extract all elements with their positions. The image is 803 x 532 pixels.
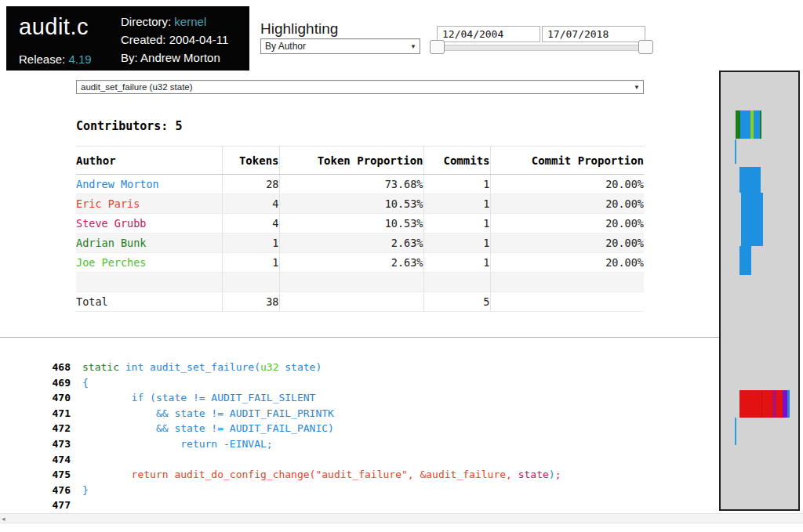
- cregit-file-page: { "header": { "filename": "audit.c", "re…: [0, 0, 803, 532]
- date-to-input[interactable]: [542, 26, 645, 42]
- minimap-thin-line-2[interactable]: [735, 418, 736, 445]
- code-line: 475 return audit_do_config_change("audit…: [0, 467, 706, 483]
- code-line: 469{: [0, 375, 706, 391]
- commits-cell: [423, 273, 490, 292]
- date-range-slider-handle-left[interactable]: [430, 40, 445, 54]
- tokens-cell: [222, 273, 279, 292]
- line-number: 468: [0, 360, 71, 375]
- token-proportion-cell: 2.63%: [279, 253, 423, 273]
- highlighting-label: Highlighting: [260, 20, 338, 38]
- column-header: Tokens: [222, 147, 279, 175]
- code-line: 474: [0, 452, 706, 468]
- created-line: Created: 2004-04-11: [121, 31, 228, 49]
- line-text: static int audit_set_failure(u32 state): [82, 360, 322, 375]
- line-text: [82, 498, 89, 513]
- file-minimap[interactable]: [719, 71, 800, 511]
- commit-proportion-cell: 20.00%: [490, 253, 644, 273]
- table-row: Andrew Morton2873.68%120.00%: [76, 175, 644, 194]
- minimap-segment: [776, 390, 783, 418]
- date-from-input[interactable]: [437, 26, 540, 42]
- commit-proportion-cell: 20.00%: [490, 194, 644, 214]
- commit-proportion-cell: 20.00%: [490, 214, 644, 233]
- code-token: return audit_do_config_change("audit_fai…: [82, 469, 518, 480]
- minimap-bar-top[interactable]: [736, 110, 761, 139]
- minimap-blue-1[interactable]: [739, 167, 761, 193]
- author-name: Total: [76, 295, 108, 308]
- commits-cell: 1: [423, 194, 490, 214]
- line-number: 472: [0, 421, 71, 436]
- source-code-view: 468static int audit_set_failure(u32 stat…: [0, 360, 706, 513]
- code-token: ): [549, 469, 555, 480]
- author-cell: Adrian Bunk: [76, 233, 222, 253]
- line-number: 470: [0, 390, 71, 406]
- line-number: 469: [0, 375, 71, 391]
- minimap-segment: [740, 110, 750, 139]
- minimap-blue-3[interactable]: [741, 220, 763, 246]
- release-line: Release: 4.19: [19, 52, 92, 66]
- column-header: Author: [76, 147, 222, 175]
- minimap-bar-current[interactable]: [739, 390, 790, 418]
- date-range-slider-track[interactable]: [432, 45, 653, 51]
- line-text: [82, 452, 89, 468]
- minimap-blue-4[interactable]: [739, 246, 751, 275]
- commits-cell: 1: [423, 253, 490, 273]
- commit-proportion-cell: [490, 292, 644, 312]
- by-label: By:: [121, 51, 138, 64]
- column-header: Commits: [423, 147, 490, 175]
- code-token: u32: [260, 361, 278, 373]
- minimap-segment: [760, 110, 761, 139]
- tokens-cell: 4: [222, 194, 279, 214]
- code-line: 471 && state != AUDIT_FAIL_PRINTK: [0, 406, 706, 422]
- token-proportion-cell: 73.68%: [279, 175, 423, 194]
- token-proportion-cell: 10.53%: [279, 214, 423, 233]
- author-cell: Joe Perches: [76, 253, 222, 273]
- line-number: 476: [0, 483, 71, 498]
- tokens-cell: 4: [222, 214, 279, 233]
- chevron-down-icon: ▼: [410, 43, 416, 50]
- file-meta: Directory: kernel Created: 2004-04-11 By…: [121, 13, 228, 67]
- section-divider: [0, 337, 720, 338]
- minimap-segment: [754, 110, 760, 139]
- table-row: Adrian Bunk12.63%120.00%: [76, 233, 644, 253]
- code-token: [119, 361, 125, 373]
- release-link[interactable]: 4.19: [68, 52, 91, 66]
- minimap-thin-line-1[interactable]: [735, 139, 736, 164]
- highlighting-select[interactable]: By Author ▼: [260, 38, 420, 54]
- tokens-cell: 28: [222, 175, 279, 194]
- scroll-left-icon[interactable]: ◂: [2, 515, 5, 523]
- code-token: && state != AUDIT_FAIL_PRINTK: [82, 407, 334, 419]
- table-row: [76, 273, 644, 292]
- table-row: Total385: [76, 292, 644, 312]
- line-text: && state != AUDIT_FAIL_PRINTK: [82, 406, 334, 422]
- code-token: return -EINVAL;: [82, 438, 273, 450]
- commits-cell: 1: [423, 233, 490, 253]
- minimap-blue-2[interactable]: [741, 193, 763, 220]
- table-row: Steve Grubb410.53%120.00%: [76, 214, 644, 233]
- code-line: 470 if (state != AUDIT_FAIL_SILENT: [0, 390, 706, 406]
- commits-cell: 1: [423, 214, 490, 233]
- code-token: int audit_set_failure(: [125, 361, 260, 373]
- directory-label: Directory:: [121, 15, 171, 28]
- code-token: && state != AUDIT_FAIL_PANIC): [82, 422, 334, 434]
- line-number: 474: [0, 452, 71, 468]
- tokens-cell: 1: [222, 253, 279, 273]
- release-label: Release:: [19, 52, 65, 66]
- horizontal-scrollbar[interactable]: ◂: [0, 513, 803, 523]
- line-number: 473: [0, 436, 71, 452]
- directory-link[interactable]: kernel: [174, 15, 206, 28]
- chevron-down-icon: ▼: [634, 84, 640, 91]
- function-select[interactable]: audit_set_failure (u32 state) ▼: [76, 80, 644, 94]
- highlighting-selected-value: By Author: [265, 41, 306, 52]
- table-row: Eric Paris410.53%120.00%: [76, 194, 644, 214]
- minimap-segment: [739, 390, 761, 418]
- code-line: 472 && state != AUDIT_FAIL_PANIC): [0, 421, 706, 436]
- author-name: Steve Grubb: [76, 217, 146, 230]
- commit-proportion-cell: 20.00%: [490, 233, 644, 253]
- line-text: return audit_do_config_change("audit_fai…: [82, 467, 561, 483]
- date-range-slider-handle-right[interactable]: [638, 40, 653, 54]
- tokens-cell: 38: [222, 292, 279, 312]
- line-text: if (state != AUDIT_FAIL_SILENT: [82, 390, 315, 406]
- contributors-heading: Contributors: 5: [76, 119, 182, 133]
- line-number: 475: [0, 467, 71, 483]
- author-name: Eric Paris: [76, 197, 140, 210]
